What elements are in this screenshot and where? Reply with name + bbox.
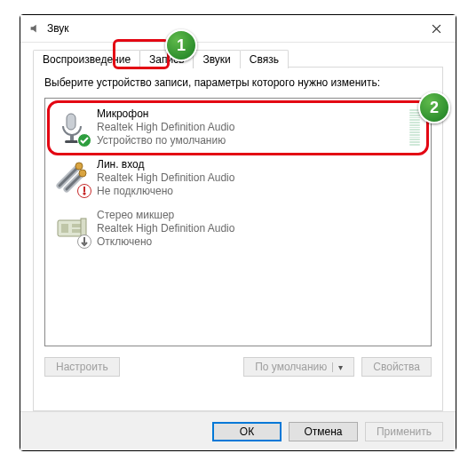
device-desc: Realtek High Definition Audio bbox=[97, 121, 404, 134]
dialog-body: Воспроизведение Запись Звуки Связь Выбер… bbox=[20, 43, 456, 412]
titlebar: Звук bbox=[20, 15, 456, 43]
chevron-down-icon: ▾ bbox=[332, 362, 343, 372]
apply-button[interactable]: Применить bbox=[365, 422, 443, 441]
configure-button[interactable]: Настроить bbox=[44, 357, 120, 377]
level-meter bbox=[409, 110, 420, 146]
svg-rect-9 bbox=[72, 224, 81, 227]
tab-strip: Воспроизведение Запись Звуки Связь bbox=[33, 48, 443, 68]
svg-point-4 bbox=[75, 163, 83, 170]
disabled-arrow-icon bbox=[77, 234, 91, 249]
device-status: Не подключено bbox=[97, 185, 420, 198]
svg-rect-1 bbox=[70, 135, 74, 140]
device-stereo-mix[interactable]: Стерео микшер Realtek High Definition Au… bbox=[49, 203, 427, 254]
stereo-mix-icon bbox=[54, 211, 90, 247]
tab-communications[interactable]: Связь bbox=[240, 50, 289, 68]
device-text: Лин. вход Realtek High Definition Audio … bbox=[97, 158, 420, 198]
svg-point-5 bbox=[79, 170, 86, 177]
properties-button[interactable]: Свойства bbox=[361, 357, 432, 377]
tab-button-row: Настроить По умолчанию ▾ Свойства bbox=[44, 357, 432, 377]
tab-playback[interactable]: Воспроизведение bbox=[33, 50, 140, 68]
unplugged-icon bbox=[77, 184, 91, 198]
device-text: Стерео микшер Realtek High Definition Au… bbox=[97, 209, 420, 249]
tab-recording[interactable]: Запись bbox=[139, 50, 194, 68]
dialog-footer: ОК Отмена Применить bbox=[20, 411, 456, 450]
device-line-in[interactable]: Лин. вход Realtek High Definition Audio … bbox=[49, 153, 427, 203]
close-icon bbox=[432, 24, 441, 34]
line-in-icon bbox=[54, 161, 90, 196]
window-title: Звук bbox=[47, 22, 416, 35]
device-status: Устройство по умолчанию bbox=[97, 134, 404, 147]
tab-sounds[interactable]: Звуки bbox=[193, 50, 240, 68]
svg-rect-10 bbox=[72, 229, 81, 233]
svg-rect-8 bbox=[61, 224, 68, 233]
sound-icon bbox=[28, 21, 42, 36]
tab-content: Выберите устройство записи, параметры ко… bbox=[33, 67, 443, 411]
device-text: Микрофон Realtek High Definition Audio У… bbox=[97, 107, 404, 147]
instruction-text: Выберите устройство записи, параметры ко… bbox=[44, 76, 432, 89]
device-desc: Realtek High Definition Audio bbox=[97, 222, 420, 235]
ok-button[interactable]: ОК bbox=[212, 422, 282, 441]
cancel-button[interactable]: Отмена bbox=[289, 422, 358, 441]
set-default-label: По умолчанию bbox=[255, 361, 327, 373]
default-check-icon bbox=[77, 133, 91, 147]
device-status: Отключено bbox=[97, 235, 420, 249]
device-desc: Realtek High Definition Audio bbox=[97, 171, 420, 185]
device-name: Лин. вход bbox=[97, 158, 420, 171]
svg-rect-0 bbox=[67, 114, 75, 130]
microphone-icon bbox=[54, 110, 90, 146]
device-name: Микрофон bbox=[97, 107, 404, 121]
device-name: Стерео микшер bbox=[97, 209, 420, 222]
set-default-button[interactable]: По умолчанию ▾ bbox=[243, 357, 354, 377]
close-button[interactable] bbox=[416, 15, 456, 42]
sound-dialog: Звук Воспроизведение Запись Звуки Связь … bbox=[20, 14, 456, 451]
device-list[interactable]: Микрофон Realtek High Definition Audio У… bbox=[44, 98, 432, 346]
device-microphone[interactable]: Микрофон Realtek High Definition Audio У… bbox=[49, 102, 427, 153]
